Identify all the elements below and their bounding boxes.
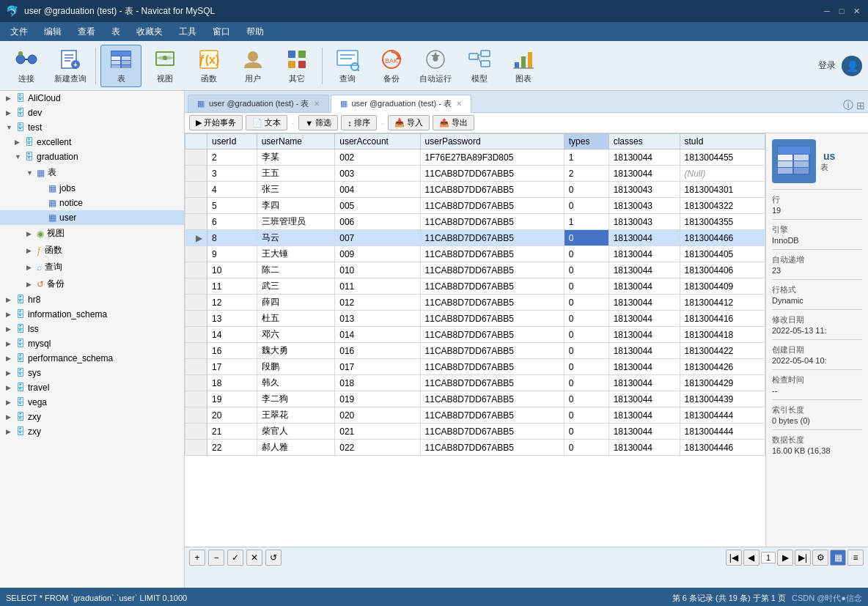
toolbar-other[interactable]: 其它 [276,45,317,87]
cell-userid[interactable]: 18 [207,375,257,391]
settings-btn[interactable]: ⚙ [812,550,828,566]
minimize-btn[interactable]: ─ [821,5,833,17]
cell-useraccount[interactable]: 002 [335,149,420,166]
cell-useraccount[interactable]: 022 [335,440,420,456]
cell-stuid[interactable]: 1813004406 [680,262,765,278]
cell-userpassword[interactable]: 11CAB8D7DD67ABB5 [420,182,564,198]
cell-username[interactable]: 薛四 [257,295,335,311]
cell-stuid[interactable]: 1813004412 [680,295,765,311]
next-page-btn[interactable]: ▶ [777,550,793,566]
cell-types[interactable]: 0 [564,230,608,246]
menu-view[interactable]: 查看 [70,24,103,40]
cell-types[interactable]: 1 [564,214,608,230]
cell-useraccount[interactable]: 005 [335,198,420,214]
cell-userpassword[interactable]: 11CAB8D7DD67ABB5 [420,246,564,262]
cell-stuid[interactable]: 1813004455 [680,149,765,166]
col-useraccount[interactable]: userAccount [335,134,420,149]
cell-username[interactable]: 魏大勇 [257,343,335,359]
cell-useraccount[interactable]: 021 [335,424,420,440]
cell-useraccount[interactable]: 006 [335,214,420,230]
cell-userpassword[interactable]: 11CAB8D7DD67ABB5 [420,230,564,246]
close-btn[interactable]: ✕ [850,5,862,17]
cell-username[interactable]: 韩久 [257,375,335,391]
cell-username[interactable]: 张三 [257,182,335,198]
cell-userid[interactable]: 21 [207,424,257,440]
cell-classes[interactable]: 18130044 [608,327,680,343]
table-row[interactable]: 19李二狗01911CAB8D7DD67ABB50181300441813004… [185,391,765,407]
cell-classes[interactable]: 18130044 [608,246,680,262]
sidebar-item-views[interactable]: ▶ ◉ 视图 [0,225,184,242]
table-row[interactable]: 3王五00311CAB8D7DD67ABB5218130044(Null) [185,166,765,182]
cell-types[interactable]: 0 [564,327,608,343]
cell-classes[interactable]: 18130043 [608,214,680,230]
cell-username[interactable]: 马云 [257,230,335,246]
cell-classes[interactable]: 18130044 [608,375,680,391]
sidebar-item-hr8[interactable]: ▶ 🗄 hr8 [0,292,184,307]
cell-stuid[interactable]: 1813004322 [680,198,765,214]
sidebar-item-excellent[interactable]: ▶ 🗄 excellent [0,135,184,149]
sidebar-item-vega[interactable]: ▶ 🗄 vega [0,395,184,410]
cell-types[interactable]: 2 [564,166,608,182]
cell-username[interactable]: 郝人雅 [257,440,335,456]
cell-classes[interactable]: 18130044 [608,278,680,295]
cell-useraccount[interactable]: 020 [335,407,420,424]
table-row[interactable]: 16魏大勇01611CAB8D7DD67ABB50181300441813004… [185,343,765,359]
cell-username[interactable]: 杜五 [257,311,335,327]
refresh-btn[interactable]: ↺ [265,550,282,566]
cell-username[interactable]: 李二狗 [257,391,335,407]
col-username[interactable]: userName [257,134,335,149]
window-controls[interactable]: ─ □ ✕ [821,5,862,17]
cell-stuid[interactable]: 1813004416 [680,311,765,327]
cell-userid[interactable]: 5 [207,198,257,214]
menu-file[interactable]: 文件 [3,24,35,40]
cell-classes[interactable]: 18130044 [608,262,680,278]
cell-classes[interactable]: 18130044 [608,149,680,166]
table-row[interactable]: 18韩久01811CAB8D7DD67ABB501813004418130044… [185,375,765,391]
col-userpassword[interactable]: userPassword [420,134,564,149]
tab-close-icon[interactable]: ✕ [314,100,320,108]
cell-userid[interactable]: 12 [207,295,257,311]
toolbar-view[interactable]: 视图 [144,45,185,87]
table-row[interactable]: 20王翠花02011CAB8D7DD67ABB50181300441813004… [185,407,765,424]
info-icon[interactable]: ⓘ [843,99,853,112]
cell-username[interactable]: 王翠花 [257,407,335,424]
table-row[interactable]: 17段鹏01711CAB8D7DD67ABB501813004418130044… [185,359,765,375]
cell-userid[interactable]: 19 [207,391,257,407]
table-row[interactable]: 10陈二01011CAB8D7DD67ABB501813004418130044… [185,262,765,278]
cell-types[interactable]: 0 [564,278,608,295]
cancel-edit-btn[interactable]: ✕ [246,550,262,566]
text-btn[interactable]: 📄 文本 [246,115,287,130]
sidebar-item-funcs[interactable]: ▶ ƒ 函数 [0,242,184,259]
login-area[interactable]: 登录 👤 [818,56,862,76]
toolbar-func[interactable]: ƒ(x) 函数 [188,45,229,87]
table-row[interactable]: 9王大锤00911CAB8D7DD67ABB501813004418130044… [185,246,765,262]
cell-types[interactable]: 0 [564,295,608,311]
toolbar-newquery[interactable]: + 新建查询 [50,45,91,87]
cell-username[interactable]: 三班管理员 [257,214,335,230]
table-row[interactable]: 22郝人雅02211CAB8D7DD67ABB50181300441813004… [185,440,765,456]
cell-userpassword[interactable]: 11CAB8D7DD67ABB5 [420,214,564,230]
cell-username[interactable]: 李四 [257,198,335,214]
grid-view-btn[interactable]: ▦ [830,550,846,566]
cell-userid[interactable]: 10 [207,262,257,278]
cell-userid[interactable]: 2 [207,149,257,166]
cell-username[interactable]: 王五 [257,166,335,182]
cell-userid[interactable]: 8 [207,230,257,246]
tab-1[interactable]: ▦ user @graduation (test) - 表 ✕ [188,95,329,112]
cell-useraccount[interactable]: 010 [335,262,420,278]
cell-useraccount[interactable]: 019 [335,391,420,407]
cell-types[interactable]: 0 [564,359,608,375]
cell-username[interactable]: 武三 [257,278,335,295]
cell-userid[interactable]: 14 [207,327,257,343]
cell-userid[interactable]: 16 [207,343,257,359]
cell-useraccount[interactable]: 013 [335,311,420,327]
cell-stuid[interactable]: 1813004355 [680,214,765,230]
cell-useraccount[interactable]: 012 [335,295,420,311]
cell-types[interactable]: 0 [564,311,608,327]
cell-classes[interactable]: 18130043 [608,182,680,198]
toolbar-table[interactable]: 表 [100,45,141,87]
cell-userid[interactable]: 11 [207,278,257,295]
sidebar-item-jobs[interactable]: ▶ ▦ jobs [0,181,184,196]
cell-types[interactable]: 0 [564,391,608,407]
tab-2[interactable]: ▦ user @graduation (test) - 表 ✕ [331,95,472,113]
